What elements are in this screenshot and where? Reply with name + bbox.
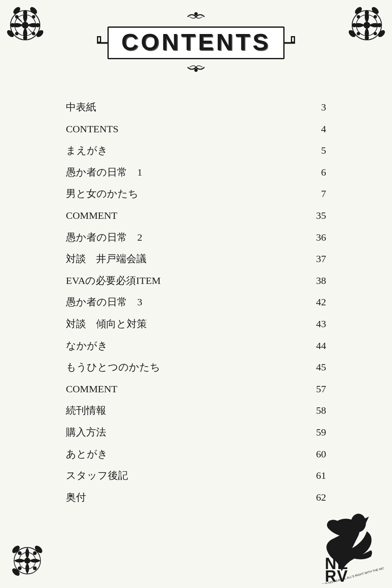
page-title: CONTENTS [121, 29, 271, 55]
item-page: 3 [305, 100, 326, 115]
table-row: 愚か者の日常 342 [66, 295, 326, 310]
table-row: COMMENT35 [66, 209, 326, 223]
svg-point-30 [194, 12, 198, 16]
header-section: CONTENTS [0, 0, 392, 79]
table-row: 男と女のかたち7 [66, 187, 326, 201]
item-page: 7 [305, 187, 326, 201]
page: CONTENTS 中表紙3CONTENTS4まえがき5愚か者の日常 16男と女の… [0, 0, 392, 588]
table-row: CONTENTS4 [66, 122, 326, 136]
item-title: もうひとつのかたち [66, 360, 305, 375]
item-page: 59 [305, 425, 326, 440]
item-page: 38 [305, 274, 326, 288]
table-row: 愚か者の日常 16 [66, 165, 326, 180]
item-page: 6 [305, 165, 326, 180]
item-title: COMMENT [66, 209, 305, 223]
item-title: 購入方法 [66, 425, 305, 440]
item-title: 中表紙 [66, 100, 305, 115]
item-title: スタッフ後記 [66, 469, 305, 483]
table-row: なかがき44 [66, 339, 326, 353]
table-row: スタッフ後記61 [66, 469, 326, 483]
item-page: 45 [305, 360, 326, 375]
item-title: 対談 傾向と対策 [66, 317, 305, 331]
table-row: 対談 井戸端会議37 [66, 252, 326, 266]
table-row: 中表紙3 [66, 100, 326, 115]
svg-point-38 [33, 567, 37, 570]
nerv-logo: NE RV GOD'S IN HIS HEAVEN, ALL'S RIGHT W… [312, 512, 384, 584]
item-title: 愚か者の日常 1 [66, 165, 305, 180]
item-page: 37 [305, 252, 326, 266]
item-page: 42 [305, 295, 326, 310]
table-row: 購入方法59 [66, 425, 326, 440]
item-title: 男と女のかたち [66, 187, 305, 201]
svg-point-31 [194, 68, 198, 72]
item-title: 奥付 [66, 491, 305, 505]
item-page: 4 [305, 122, 326, 136]
table-row: 続刊情報58 [66, 404, 326, 418]
item-title: あとがき [66, 447, 305, 462]
item-title: 愚か者の日常 3 [66, 295, 305, 310]
item-page: 57 [305, 382, 326, 396]
svg-point-35 [18, 551, 22, 555]
item-title: COMMENT [66, 382, 305, 396]
svg-point-42 [351, 514, 366, 532]
item-page: 44 [305, 339, 326, 353]
item-page: 36 [305, 231, 326, 245]
item-title: 続刊情報 [66, 404, 305, 418]
item-page: 58 [305, 404, 326, 418]
table-row: 奥付62 [66, 491, 326, 505]
item-title: 愚か者の日常 2 [66, 231, 305, 245]
title-frame-wrapper: CONTENTS [46, 10, 346, 75]
item-page: 43 [305, 317, 326, 331]
item-title: なかがき [66, 339, 305, 353]
item-page: 35 [305, 209, 326, 223]
bottom-scroll-decoration [104, 61, 288, 74]
table-row: COMMENT57 [66, 382, 326, 396]
item-title: まえがき [66, 144, 305, 158]
contents-list: 中表紙3CONTENTS4まえがき5愚か者の日常 16男と女のかたち7COMME… [66, 100, 326, 504]
bottom-left-ornament [8, 542, 46, 580]
svg-point-36 [33, 551, 37, 555]
top-scroll-decoration [104, 10, 288, 23]
table-row: EVAの必要必須ITEM38 [66, 274, 326, 288]
svg-point-37 [18, 567, 22, 570]
item-title: 対談 井戸端会議 [66, 252, 305, 266]
table-row: 愚か者の日常 236 [66, 231, 326, 245]
table-row: 対談 傾向と対策43 [66, 317, 326, 331]
item-page: 60 [305, 447, 326, 462]
table-row: まえがき5 [66, 144, 326, 158]
table-row: もうひとつのかたち45 [66, 360, 326, 375]
item-title: CONTENTS [66, 122, 305, 136]
item-page: 5 [305, 144, 326, 158]
item-page: 62 [305, 491, 326, 505]
item-page: 61 [305, 469, 326, 483]
item-title: EVAの必要必須ITEM [66, 274, 305, 288]
table-row: あとがき60 [66, 447, 326, 462]
